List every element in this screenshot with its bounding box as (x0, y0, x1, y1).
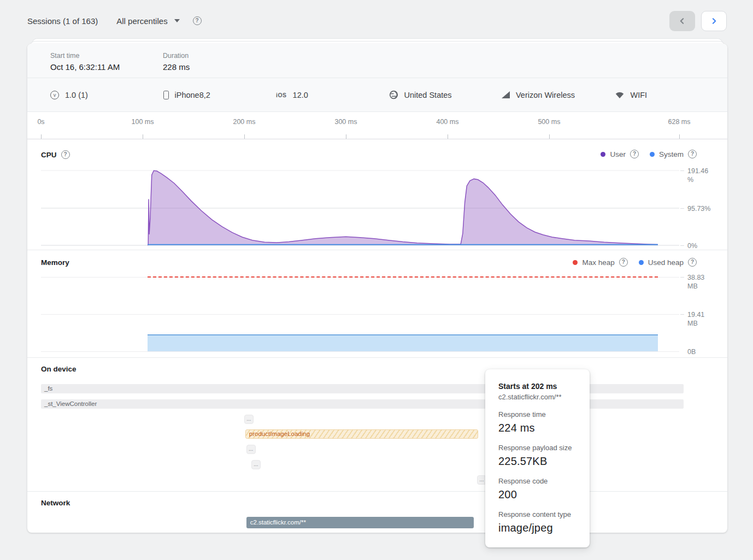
app-version-value: 1.0 (1) (65, 91, 88, 99)
cpu-axis-mid-label: 95.73% (687, 204, 715, 213)
timeline-tick-label: 0s (37, 118, 44, 126)
radio-value: WIFI (631, 91, 648, 99)
session-detail-card: Start time Oct 16, 6:32:11 AM Duration 2… (27, 44, 727, 533)
timeline-tick-mark (143, 134, 143, 139)
memory-gridline (41, 314, 679, 315)
session-meta-header: Start time Oct 16, 6:32:11 AM Duration 2… (27, 44, 727, 78)
axis-dash (680, 170, 684, 171)
legend-label: Max heap (582, 258, 614, 267)
timeline-tick-mark (448, 134, 448, 139)
chevron-down-icon (174, 19, 180, 22)
cpu-title: CPU (41, 151, 57, 159)
on-device-section: On device _fs_st_ViewController...produc… (27, 358, 727, 492)
network-request-bar[interactable]: c2.staticflickr.com/** (246, 517, 474, 528)
tooltip-title: Starts at 202 ms (498, 382, 576, 391)
timeline-tick-label: 500 ms (538, 118, 560, 126)
axis-dash (680, 314, 684, 315)
wifi-icon (615, 91, 625, 99)
app-version-icon: v (50, 91, 59, 99)
tooltip-field-label: Response payload size (498, 444, 576, 452)
country-value: United States (404, 91, 452, 99)
axis-dash (680, 245, 684, 246)
device-model-value: iPhone8,2 (175, 91, 210, 99)
chevron-right-icon (710, 17, 717, 25)
cpu-axis-max-label: 191.46 % (687, 167, 715, 184)
cpu-help-icon[interactable]: ? (61, 150, 70, 159)
collapsed-traces-chip[interactable]: ... (246, 445, 256, 454)
cpu-legend: User?System? (601, 150, 697, 158)
memory-axis-zero-label: 0B (687, 347, 715, 356)
memory-title: Memory (41, 258, 69, 267)
memory-axis-tick: 38.83 MB (680, 273, 715, 291)
cpu-axis-tick: 95.73% (680, 204, 715, 213)
help-icon[interactable]: ? (193, 16, 202, 25)
tooltip-url: c2.staticflickr.com/** (498, 393, 576, 401)
legend-label: System (659, 150, 684, 158)
os-version-value: 12.0 (293, 91, 308, 99)
previous-session-button[interactable] (669, 11, 695, 31)
timeline-ruler[interactable]: 0s100 ms200 ms300 ms400 ms500 ms628 ms (27, 112, 727, 139)
tooltip-field-value: 224 ms (498, 422, 576, 434)
cpu-axis-tick: 0% (680, 241, 715, 250)
start-time-value: Oct 16, 6:32:11 AM (50, 62, 120, 72)
legend-help-icon[interactable]: ? (688, 258, 697, 267)
cpu-legend-system: System? (650, 150, 697, 158)
memory-section: Memory Max heap?Used heap? 38.83 MB 19.4… (27, 250, 727, 358)
collapsed-traces-chip[interactable]: ... (244, 415, 254, 424)
on-device-heading: On device (41, 365, 77, 373)
axis-dash (680, 208, 684, 209)
next-session-button[interactable] (701, 11, 727, 31)
tooltip-field-label: Response time (498, 410, 576, 418)
carrier-value: Verizon Wireless (516, 91, 575, 99)
axis-dash (680, 277, 684, 278)
carrier-item: Verizon Wireless (502, 91, 615, 99)
cpu-axis-tick: 191.46 % (680, 167, 715, 184)
chevron-left-icon (679, 17, 686, 25)
timeline-tick-label: 628 ms (668, 118, 691, 126)
max-heap-line[interactable] (148, 276, 658, 278)
cpu-section: CPU ? User?System? 191.46 % 95.73% 0% (27, 139, 727, 250)
ios-icon: iOS (276, 92, 287, 98)
percentiles-dropdown[interactable]: All percentiles (116, 16, 179, 26)
timeline-tick-mark (549, 134, 550, 139)
legend-label: User (610, 150, 626, 158)
cpu-legend-user: User? (601, 150, 639, 158)
duration-value: 228 ms (163, 62, 190, 72)
memory-axis-tick: 19.41 MB (680, 310, 715, 328)
legend-dot-icon (573, 260, 578, 265)
timeline-tick-mark (244, 134, 245, 139)
percentiles-value: All percentiles (116, 16, 167, 26)
globe-icon (389, 90, 398, 99)
timeline-tick-label: 400 ms (436, 118, 458, 126)
legend-help-icon[interactable]: ? (630, 150, 639, 158)
memory-legend-max-heap: Max heap? (573, 258, 627, 267)
legend-label: Used heap (648, 258, 684, 267)
tooltip-field-value: image/jpeg (498, 522, 576, 534)
used-heap-bar[interactable] (148, 334, 658, 351)
memory-axis-max-label: 38.83 MB (687, 273, 715, 291)
memory-axis-mid-label: 19.41 MB (687, 310, 715, 328)
collapsed-traces-chip[interactable]: ... (251, 460, 261, 469)
timeline-tick-label: 100 ms (131, 118, 154, 126)
cpu-chart[interactable] (41, 169, 679, 246)
timeline-tick-mark (346, 134, 346, 139)
cell-signal-icon (502, 91, 510, 98)
os-version-item: iOS 12.0 (276, 91, 389, 99)
tooltip-field-label: Response content type (498, 510, 576, 518)
duration-label: Duration (163, 52, 190, 60)
country-item: United States (389, 90, 502, 99)
tooltip-field-value: 200 (498, 488, 576, 501)
network-heading: Network (41, 499, 70, 507)
legend-dot-icon (601, 152, 605, 157)
timeline-tick-label: 200 ms (233, 118, 255, 126)
custom-trace-bar[interactable]: productImageLoading (245, 429, 478, 439)
start-time-label: Start time (50, 52, 120, 60)
session-nav (669, 11, 727, 31)
memory-legend-used-heap: Used heap? (639, 258, 697, 267)
phone-icon (163, 91, 169, 99)
legend-dot-icon (639, 260, 644, 265)
memory-gridline (41, 351, 679, 352)
legend-help-icon[interactable]: ? (688, 150, 697, 158)
legend-help-icon[interactable]: ? (619, 258, 628, 267)
memory-legend: Max heap?Used heap? (573, 258, 697, 267)
